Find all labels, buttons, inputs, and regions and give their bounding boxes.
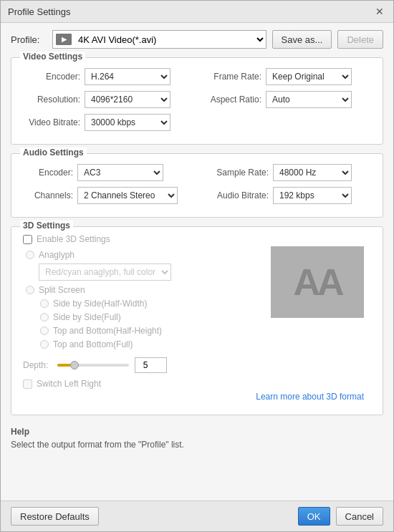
video-settings-section: Video Settings Encoder: H.264 Resolution… bbox=[11, 57, 383, 145]
encoder-row: Encoder: H.264 bbox=[23, 68, 190, 85]
tb-half-label: Top and Bottom(Half-Height) bbox=[53, 326, 162, 336]
video-bitrate-row: Video Bitrate: 30000 kbps bbox=[23, 114, 190, 131]
sbs-half-radio[interactable] bbox=[40, 299, 49, 308]
audio-col-right: Sample Rate: 48000 Hz Audio Bitrate: 192… bbox=[204, 164, 371, 210]
switch-lr-label: Switch Left Right bbox=[37, 379, 101, 389]
depth-input[interactable] bbox=[135, 357, 167, 373]
audio-bitrate-row: Audio Bitrate: 192 kbps bbox=[204, 187, 371, 204]
channels-row: Channels: 2 Channels Stereo bbox=[23, 187, 190, 204]
tb-full-row: Top and Bottom(Full) bbox=[37, 339, 264, 349]
frame-rate-select[interactable]: Keep Original bbox=[266, 68, 352, 85]
sbs-half-row: Side by Side(Half-Width) bbox=[37, 299, 264, 309]
dialog-content: Profile: ▶ 4K AVI Video(*.avi) Save as..… bbox=[1, 23, 393, 500]
video-col-right: Frame Rate: Keep Original Aspect Ratio: … bbox=[204, 68, 371, 137]
channels-label: Channels: bbox=[23, 190, 73, 200]
profile-label: Profile: bbox=[11, 34, 47, 45]
depth-track bbox=[57, 364, 129, 367]
anaglyph-sub: Red/cyan anaglyph, full color bbox=[23, 263, 264, 281]
profile-row: Profile: ▶ 4K AVI Video(*.avi) Save as..… bbox=[11, 30, 383, 49]
split-screen-radio[interactable] bbox=[26, 286, 34, 294]
profile-dropdown[interactable]: 4K AVI Video(*.avi) bbox=[75, 34, 266, 46]
depth-row: Depth: bbox=[23, 357, 371, 373]
profile-settings-dialog: Profile Settings ✕ Profile: ▶ 4K AVI Vid… bbox=[0, 0, 394, 532]
audio-settings-section: Audio Settings Encoder: AC3 Channels: bbox=[11, 153, 383, 218]
split-screen-row: Split Screen bbox=[23, 285, 264, 295]
sbs-full-radio[interactable] bbox=[40, 313, 49, 321]
restore-defaults-button[interactable]: Restore Defaults bbox=[11, 507, 99, 526]
frame-rate-label: Frame Rate: bbox=[204, 72, 261, 82]
tb-half-row: Top and Bottom(Half-Height) bbox=[37, 326, 264, 336]
resolution-row: Resolution: 4096*2160 bbox=[23, 91, 190, 108]
aspect-ratio-row: Aspect Ratio: Auto bbox=[204, 91, 371, 108]
tb-full-radio[interactable] bbox=[40, 340, 49, 349]
audio-col-left: Encoder: AC3 Channels: 2 Channels Stereo bbox=[23, 164, 190, 210]
footer-right-buttons: OK Cancel bbox=[298, 507, 383, 526]
profile-select-wrap: ▶ 4K AVI Video(*.avi) bbox=[52, 30, 266, 49]
aspect-ratio-label: Aspect Ratio: bbox=[204, 95, 261, 105]
audio-settings-cols: Encoder: AC3 Channels: 2 Channels Stereo bbox=[23, 164, 371, 210]
delete-button[interactable]: Delete bbox=[337, 30, 383, 49]
3d-options-col: Anaglyph Red/cyan anaglyph, full color S… bbox=[23, 250, 264, 353]
save-as-button[interactable]: Save as... bbox=[272, 30, 332, 49]
anaglyph-row: Anaglyph bbox=[23, 250, 264, 260]
3d-main-area: Anaglyph Red/cyan anaglyph, full color S… bbox=[23, 250, 371, 353]
audio-bitrate-label: Audio Bitrate: bbox=[204, 190, 269, 200]
anaglyph-label: Anaglyph bbox=[39, 250, 75, 260]
tb-half-radio[interactable] bbox=[40, 327, 49, 335]
resolution-label: Resolution: bbox=[23, 95, 80, 105]
help-section: Help Select the output format from the "… bbox=[11, 424, 383, 457]
anaglyph-select[interactable]: Red/cyan anaglyph, full color bbox=[39, 263, 171, 281]
depth-thumb bbox=[70, 361, 79, 369]
ok-button[interactable]: OK bbox=[298, 507, 330, 526]
channels-select[interactable]: 2 Channels Stereo bbox=[77, 187, 178, 204]
3d-settings-title: 3D Settings bbox=[20, 221, 73, 231]
film-icon: ▶ bbox=[56, 34, 72, 45]
depth-slider[interactable] bbox=[57, 360, 129, 370]
frame-rate-row: Frame Rate: Keep Original bbox=[204, 68, 371, 85]
sample-rate-row: Sample Rate: 48000 Hz bbox=[204, 164, 371, 181]
3d-settings-content: Enable 3D Settings Anaglyph Red/cyan ana… bbox=[11, 227, 383, 415]
footer: Restore Defaults OK Cancel bbox=[1, 500, 393, 531]
audio-settings-title: Audio Settings bbox=[20, 147, 87, 158]
video-bitrate-label: Video Bitrate: bbox=[23, 117, 80, 127]
switch-lr-row: Switch Left Right bbox=[23, 379, 371, 389]
sbs-half-label: Side by Side(Half-Width) bbox=[53, 299, 147, 309]
sbs-full-label: Side by Side(Full) bbox=[53, 312, 121, 322]
split-screen-label: Split Screen bbox=[39, 285, 85, 295]
depth-label: Depth: bbox=[23, 360, 52, 370]
encoder-select[interactable]: H.264 bbox=[85, 68, 170, 85]
sample-rate-select[interactable]: 48000 Hz bbox=[273, 164, 352, 181]
video-settings-cols: Encoder: H.264 Resolution: 4096*2160 bbox=[23, 68, 371, 137]
split-options: Side by Side(Half-Width) Side by Side(Fu… bbox=[23, 299, 264, 349]
enable-3d-label: Enable 3D Settings bbox=[37, 234, 110, 244]
resolution-select[interactable]: 4096*2160 bbox=[85, 91, 170, 108]
tb-full-label: Top and Bottom(Full) bbox=[53, 339, 133, 349]
3d-settings-section: 3D Settings Enable 3D Settings Anaglyph bbox=[11, 226, 383, 415]
dialog-title: Profile Settings bbox=[8, 6, 70, 17]
enable-3d-row: Enable 3D Settings bbox=[23, 234, 371, 244]
video-settings-content: Encoder: H.264 Resolution: 4096*2160 bbox=[11, 58, 383, 144]
video-bitrate-select[interactable]: 30000 kbps bbox=[85, 114, 170, 131]
audio-encoder-label: Encoder: bbox=[23, 168, 73, 178]
help-text: Select the output format from the "Profi… bbox=[11, 440, 383, 450]
audio-settings-content: Encoder: AC3 Channels: 2 Channels Stereo bbox=[11, 154, 383, 217]
close-button[interactable]: ✕ bbox=[373, 5, 386, 18]
learn-more-link[interactable]: Learn more about 3D format bbox=[23, 392, 364, 402]
title-bar: Profile Settings ✕ bbox=[1, 1, 393, 23]
3d-preview-box: AA bbox=[271, 246, 364, 318]
audio-encoder-row: Encoder: AC3 bbox=[23, 164, 190, 181]
video-col-left: Encoder: H.264 Resolution: 4096*2160 bbox=[23, 68, 190, 137]
help-title: Help bbox=[11, 427, 383, 437]
cancel-button[interactable]: Cancel bbox=[336, 507, 383, 526]
enable-3d-checkbox[interactable] bbox=[23, 235, 32, 244]
video-settings-title: Video Settings bbox=[20, 52, 85, 62]
aspect-ratio-select[interactable]: Auto bbox=[266, 91, 352, 108]
switch-lr-checkbox[interactable] bbox=[23, 379, 32, 389]
sbs-full-row: Side by Side(Full) bbox=[37, 312, 264, 322]
audio-bitrate-select[interactable]: 192 kbps bbox=[273, 187, 352, 204]
audio-encoder-select[interactable]: AC3 bbox=[77, 164, 163, 181]
anaglyph-radio[interactable] bbox=[26, 251, 34, 259]
sample-rate-label: Sample Rate: bbox=[204, 168, 269, 178]
encoder-label: Encoder: bbox=[23, 72, 80, 82]
3d-preview-text: AA bbox=[293, 261, 341, 304]
